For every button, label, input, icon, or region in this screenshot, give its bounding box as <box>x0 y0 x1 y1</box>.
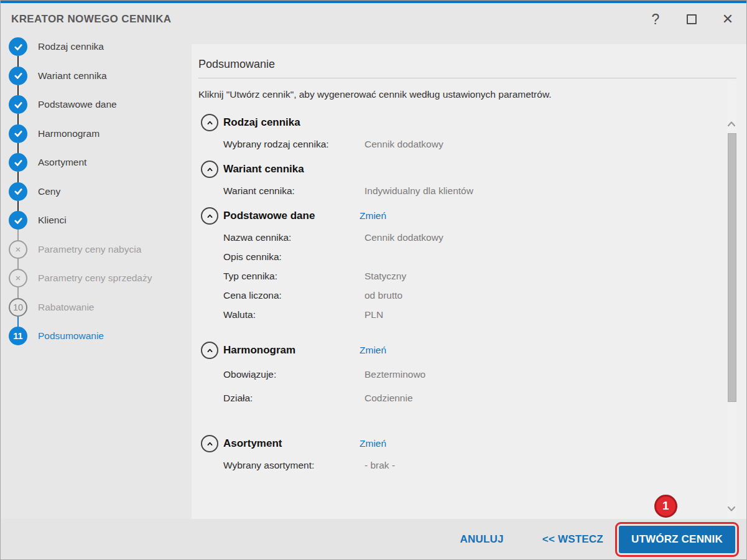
row-value: Indywidualny dla klientów <box>364 185 473 199</box>
step-label: Asortyment <box>38 157 86 168</box>
instruction-text: Kliknij "Utwórz cennik", aby wygenerować… <box>198 89 746 100</box>
summary-section: Wariant cennika Wariant cennika: Indywid… <box>201 161 717 199</box>
footer-bar: ANULUJ << WSTECZ UTWÓRZ CENNIK 1 <box>1 519 746 559</box>
summary-row: Wybrany asortyment: - brak - <box>223 460 717 474</box>
sidebar-step-11[interactable]: 11 Podsumowanie <box>1 322 192 351</box>
summary-row: Obowiązuje: Bezterminowo <box>223 369 717 383</box>
chevron-down-icon <box>726 505 736 513</box>
wizard-steps-list: Rodzaj cennika Wariant cennika Podstawow… <box>1 32 192 351</box>
section-rows: Wybrany rodzaj cennika: Cennik dodatkowy <box>201 139 717 152</box>
step-number: 10 <box>13 302 23 312</box>
summary-section: Rodzaj cennika Wybrany rodzaj cennika: C… <box>201 114 717 152</box>
window-controls: ? ✕ <box>648 11 735 27</box>
check-icon <box>12 41 24 53</box>
sidebar-step-9[interactable]: Parametry ceny sprzedaży <box>1 264 192 293</box>
collapse-toggle[interactable] <box>201 161 218 178</box>
step-status-icon <box>9 269 27 287</box>
summary-row: Wariant cennika: Indywidualny dla klient… <box>223 185 717 199</box>
x-icon <box>13 273 23 283</box>
summary-section: Podstawowe dane Zmień Nazwa cennika: Cen… <box>201 207 717 323</box>
chevron-up-icon <box>205 165 215 174</box>
back-button[interactable]: << WSTECZ <box>542 533 603 546</box>
maximize-icon <box>687 14 697 24</box>
step-label: Rodzaj cennika <box>38 41 104 52</box>
row-value: Bezterminowo <box>364 369 425 383</box>
maximize-button[interactable] <box>684 11 699 27</box>
sidebar-step-7[interactable]: Klienci <box>1 206 192 235</box>
annotation-highlight: UTWÓRZ CENNIK 1 <box>615 522 739 557</box>
section-title: Podstawowe dane <box>223 210 360 222</box>
step-number: 11 <box>13 331 22 341</box>
row-value: Cennik dodatkowy <box>364 139 443 152</box>
section-header: Rodzaj cennika <box>201 114 717 131</box>
change-link[interactable]: Zmień <box>360 210 386 222</box>
step-status-icon <box>9 153 27 172</box>
page-title: Podsumowanie <box>198 58 746 71</box>
scroll-down-button[interactable] <box>725 504 738 514</box>
section-title: Rodzaj cennika <box>223 116 360 129</box>
sidebar-step-1[interactable]: Rodzaj cennika <box>1 32 192 62</box>
annotation-badge: 1 <box>654 495 677 518</box>
summary-row: Nazwa cennika: Cennik dodatkowy <box>223 232 717 246</box>
scrollbar-thumb[interactable] <box>728 133 736 402</box>
sidebar-step-5[interactable]: Asortyment <box>1 148 192 177</box>
section-header: Wariant cennika <box>201 161 717 178</box>
row-label: Wybrany rodzaj cennika: <box>223 139 364 152</box>
collapse-toggle[interactable] <box>201 207 218 225</box>
row-label: Typ cennika: <box>223 271 364 284</box>
check-icon <box>12 185 24 197</box>
x-icon <box>13 245 23 254</box>
new-pricelist-wizard-dialog: KREATOR NOWEGO CENNIKA ? ✕ Rodzaj cennik… <box>0 0 747 560</box>
summary-row: Cena liczona: od brutto <box>223 290 717 304</box>
step-status-icon <box>9 182 27 201</box>
create-pricelist-button[interactable]: UTWÓRZ CENNIK <box>619 526 735 553</box>
change-link[interactable]: Zmień <box>360 438 386 449</box>
step-label: Ceny <box>38 186 60 197</box>
step-label: Harmonogram <box>38 128 100 139</box>
section-header: Harmonogram Zmień <box>201 342 717 359</box>
sidebar-step-10[interactable]: 10 Rabatowanie <box>1 293 192 322</box>
step-label: Klienci <box>38 215 67 226</box>
row-label: Nazwa cennika: <box>223 232 364 246</box>
section-rows: Wybrany asortyment: - brak - <box>201 460 717 474</box>
sidebar-step-4[interactable]: Harmonogram <box>1 119 192 149</box>
step-label: Podsumowanie <box>38 330 104 342</box>
summary-row: Opis cennika: <box>223 251 717 265</box>
sidebar-step-3[interactable]: Podstawowe dane <box>1 90 192 119</box>
step-status-icon <box>9 37 27 56</box>
collapse-toggle[interactable] <box>201 342 218 359</box>
step-status-icon <box>9 95 27 114</box>
collapse-toggle[interactable] <box>201 114 218 131</box>
change-link[interactable]: Zmień <box>360 345 386 356</box>
dialog-title: KREATOR NOWEGO CENNIKA <box>11 13 172 26</box>
close-button[interactable]: ✕ <box>720 11 735 27</box>
step-status-icon: 10 <box>9 298 27 317</box>
row-label: Wariant cennika: <box>223 185 364 199</box>
row-label: Cena liczona: <box>223 290 364 304</box>
check-icon <box>12 157 24 169</box>
sidebar-step-8[interactable]: Parametry ceny nabycia <box>1 235 192 264</box>
step-label: Parametry ceny sprzedaży <box>38 273 152 284</box>
sidebar-step-6[interactable]: Ceny <box>1 177 192 207</box>
step-status-icon <box>9 211 27 230</box>
dialog-body: Rodzaj cennika Wariant cennika Podstawow… <box>1 35 746 519</box>
section-header: Podstawowe dane Zmień <box>201 207 717 225</box>
summary-row: Wybrany rodzaj cennika: Cennik dodatkowy <box>223 139 717 152</box>
sidebar-step-2[interactable]: Wariant cennika <box>1 62 192 91</box>
step-label: Parametry ceny nabycia <box>38 244 141 255</box>
section-rows: Wariant cennika: Indywidualny dla klient… <box>201 185 717 199</box>
row-value: PLN <box>364 309 383 323</box>
step-status-icon <box>9 67 27 85</box>
row-label: Wybrany asortyment: <box>223 460 364 474</box>
summary-section: Asortyment Zmień Wybrany asortyment: - b… <box>201 435 717 474</box>
summary-row: Działa: Codziennie <box>223 393 717 406</box>
help-button[interactable]: ? <box>648 11 663 27</box>
collapse-toggle[interactable] <box>201 435 218 452</box>
row-label: Działa: <box>223 393 364 406</box>
check-icon <box>12 70 24 82</box>
cancel-button[interactable]: ANULUJ <box>460 533 504 546</box>
section-rows: Obowiązuje: Bezterminowo Działa: Codzien… <box>201 369 717 406</box>
step-status-icon <box>9 240 27 259</box>
scroll-up-button[interactable] <box>725 119 738 129</box>
section-header: Asortyment Zmień <box>201 435 717 452</box>
